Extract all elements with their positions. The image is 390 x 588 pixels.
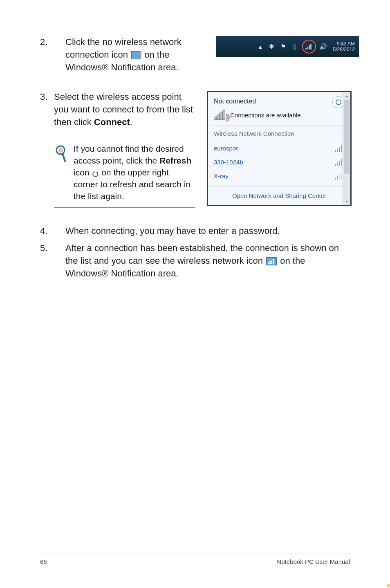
svg-point-1	[58, 148, 63, 153]
step3-text-b: .	[130, 117, 132, 127]
page-number: 66	[40, 558, 47, 565]
flyout-scrollbar[interactable]: ▴ ▾	[343, 92, 350, 205]
step-number: 2.	[40, 36, 54, 74]
not-connected-label: Not connected	[214, 98, 345, 105]
network-name: 330-1024b	[214, 159, 243, 166]
step2-body: Click the no wireless network connection…	[65, 36, 204, 74]
wireless-network-connection-header[interactable]: Wireless Network Connection ˄	[208, 126, 350, 141]
page-footer: 66 Notebook PC User Manual	[40, 554, 350, 565]
bluetooth-icon: ✱	[268, 43, 276, 51]
tray-date: 5/28/2012	[333, 47, 355, 52]
wifi-flyout: Not connected ✸ Connections are availabl…	[207, 91, 352, 206]
tray-clock: 9:42 AM 5/28/2012	[333, 41, 355, 53]
battery-icon: ▯	[291, 43, 299, 51]
network-name: eurospot	[214, 145, 238, 152]
connections-available-label: Connections are available	[230, 112, 301, 119]
note-refresh-word: Refresh	[159, 156, 191, 165]
network-item[interactable]: X-ray	[208, 169, 350, 183]
tray-time: 9:42 AM	[333, 41, 355, 47]
step4-text: When connecting, you may have to enter a…	[65, 225, 350, 238]
flag-icon: ⚑	[279, 43, 287, 51]
network-item[interactable]: 330-1024b	[208, 155, 350, 169]
step-number: 5.	[40, 242, 54, 280]
tray-up-icon: ▲	[256, 43, 264, 51]
wireless-connected-icon	[266, 257, 277, 265]
network-item[interactable]: eurospot	[208, 141, 350, 155]
step-number: 3.	[40, 91, 54, 128]
no-wireless-icon: ✸	[131, 51, 141, 59]
step3-body: Select the wireless access point you wan…	[54, 91, 195, 128]
windows-systray: ▲ ✱ ⚑ ▯ ✸ 🔊 9:42 AM 5/28/2012	[216, 36, 359, 57]
manual-title: Notebook PC User Manual	[277, 558, 350, 565]
network-name: X-ray	[214, 173, 229, 180]
refresh-icon	[92, 169, 99, 177]
magnifier-icon	[54, 143, 68, 202]
scroll-down-icon[interactable]: ▾	[343, 197, 350, 205]
signal-icon: ✸	[214, 110, 226, 120]
connections-available-row: ✸ Connections are available	[214, 110, 345, 126]
note-b: icon	[74, 168, 92, 177]
note-block: If you cannot find the desired access po…	[54, 138, 195, 208]
step-number: 4.	[40, 225, 54, 238]
wnc-label: Wireless Network Connection	[214, 130, 294, 137]
note-text: If you cannot find the desired access po…	[74, 143, 195, 202]
scroll-thumb[interactable]	[344, 100, 350, 174]
open-network-sharing-link[interactable]: Open Network and Sharing Center	[208, 186, 350, 205]
step3-connect: Connect	[94, 117, 130, 127]
step5-body: After a connection has been established,…	[65, 242, 350, 280]
network-icon-circled: ✸	[302, 40, 316, 54]
svg-line-2	[63, 154, 65, 161]
systray-figure: ▲ ✱ ⚑ ▯ ✸ 🔊 9:42 AM 5/28/2012	[216, 36, 359, 74]
speaker-icon: 🔊	[319, 43, 327, 51]
scroll-up-icon[interactable]: ▴	[343, 92, 350, 99]
